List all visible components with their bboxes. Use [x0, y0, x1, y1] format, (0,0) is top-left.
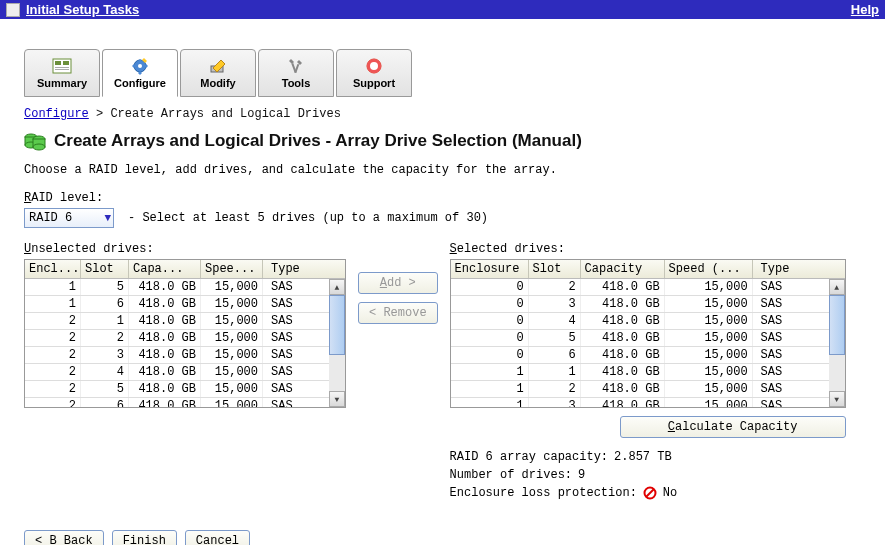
tab-modify[interactable]: Modify	[180, 49, 256, 97]
modify-icon	[207, 57, 229, 75]
unselected-drives-panel: Unselected drives: Encl... Slot Capa... …	[24, 242, 346, 408]
capacity-label: RAID 6 array capacity:	[450, 448, 608, 466]
svg-line-19	[646, 489, 654, 497]
svg-point-6	[138, 64, 142, 68]
scroll-thumb[interactable]	[329, 295, 345, 355]
unselected-grid[interactable]: Encl... Slot Capa... Spee... Type 15418.…	[24, 259, 346, 408]
drives-icon	[24, 131, 46, 151]
col-enclosure[interactable]: Encl...	[25, 260, 81, 278]
configure-icon	[129, 57, 151, 75]
selected-header: Enclosure Slot Capacity Speed (... Type	[451, 260, 845, 279]
table-row[interactable]: 25418.0 GB15,000SAS	[25, 381, 329, 398]
table-row[interactable]: 05418.0 GB15,000SAS	[451, 330, 829, 347]
table-row[interactable]: 23418.0 GB15,000SAS	[25, 347, 329, 364]
tab-configure[interactable]: Configure	[102, 49, 178, 97]
selected-rows[interactable]: 02418.0 GB15,000SAS03418.0 GB15,000SAS04…	[451, 279, 829, 407]
col-capacity[interactable]: Capacity	[581, 260, 665, 278]
breadcrumb: Configure > Create Arrays and Logical Dr…	[24, 107, 861, 121]
instruction-text: Choose a RAID level, add drives, and cal…	[24, 163, 861, 177]
raid-level-select[interactable]: RAID 6 ▼	[24, 208, 114, 228]
capacity-value: 2.857 TB	[614, 448, 672, 466]
app-icon	[6, 3, 20, 17]
window-title: Initial Setup Tasks	[6, 2, 139, 17]
tab-label: Tools	[282, 77, 311, 89]
scroll-down-icon[interactable]: ▼	[829, 391, 845, 407]
tab-label: Modify	[200, 77, 235, 89]
elp-value: No	[663, 484, 677, 502]
calculate-capacity-button[interactable]: Calculate Capacity	[620, 416, 846, 438]
tab-label: Support	[353, 77, 395, 89]
tab-label: Configure	[114, 77, 166, 89]
add-button[interactable]: Add >	[358, 272, 438, 294]
breadcrumb-current: Create Arrays and Logical Drives	[110, 107, 340, 121]
breadcrumb-sep: >	[96, 107, 103, 121]
back-button[interactable]: < B Back	[24, 530, 104, 545]
tools-icon	[285, 57, 307, 75]
finish-button[interactable]: Finish	[112, 530, 177, 545]
title-text: Initial Setup Tasks	[26, 2, 139, 17]
title-bar: Initial Setup Tasks Help	[0, 0, 885, 19]
unselected-header: Encl... Slot Capa... Spee... Type	[25, 260, 345, 279]
wizard-buttons: < B Back Finish Cancel	[24, 530, 861, 545]
tab-summary[interactable]: Summary	[24, 49, 100, 97]
col-capacity[interactable]: Capa...	[129, 260, 201, 278]
capacity-info: RAID 6 array capacity: 2.857 TB Number o…	[450, 448, 846, 502]
scroll-up-icon[interactable]: ▲	[329, 279, 345, 295]
svg-point-17	[33, 144, 45, 150]
unselected-label: Unselected drives:	[24, 242, 346, 256]
selected-grid[interactable]: Enclosure Slot Capacity Speed (... Type …	[450, 259, 846, 408]
selected-label: Selected drives:	[450, 242, 846, 256]
remove-button[interactable]: < Remove	[358, 302, 438, 324]
table-row[interactable]: 06418.0 GB15,000SAS	[451, 347, 829, 364]
transfer-buttons: Add > < Remove	[358, 272, 438, 324]
col-slot[interactable]: Slot	[529, 260, 581, 278]
raid-level-label: RAID level:	[24, 191, 861, 205]
table-row[interactable]: 16418.0 GB15,000SAS	[25, 296, 329, 313]
drives-label: Number of drives:	[450, 466, 572, 484]
tab-label: Summary	[37, 77, 87, 89]
breadcrumb-link-configure[interactable]: Configure	[24, 107, 89, 121]
tab-support[interactable]: Support	[336, 49, 412, 97]
svg-rect-3	[55, 67, 69, 68]
support-icon	[363, 57, 385, 75]
summary-icon	[51, 57, 73, 75]
scroll-up-icon[interactable]: ▲	[829, 279, 845, 295]
table-row[interactable]: 22418.0 GB15,000SAS	[25, 330, 329, 347]
chevron-down-icon: ▼	[104, 212, 111, 224]
table-row[interactable]: 15418.0 GB15,000SAS	[25, 279, 329, 296]
selected-drives-panel: Selected drives: Enclosure Slot Capacity…	[450, 242, 846, 408]
col-type[interactable]: Type	[753, 260, 829, 278]
table-row[interactable]: 04418.0 GB15,000SAS	[451, 313, 829, 330]
scroll-down-icon[interactable]: ▼	[329, 391, 345, 407]
elp-label: Enclosure loss protection:	[450, 484, 637, 502]
svg-rect-1	[55, 61, 61, 65]
help-link[interactable]: Help	[851, 2, 879, 17]
tabs-row: SummaryConfigureModifyToolsSupport	[24, 49, 861, 97]
table-row[interactable]: 26418.0 GB15,000SAS	[25, 398, 329, 407]
table-row[interactable]: 24418.0 GB15,000SAS	[25, 364, 329, 381]
raid-level-value: RAID 6	[29, 211, 72, 225]
col-speed[interactable]: Spee...	[201, 260, 263, 278]
table-row[interactable]: 03418.0 GB15,000SAS	[451, 296, 829, 313]
table-row[interactable]: 02418.0 GB15,000SAS	[451, 279, 829, 296]
unselected-scrollbar[interactable]: ▲ ▼	[329, 279, 345, 407]
selected-scrollbar[interactable]: ▲ ▼	[829, 279, 845, 407]
table-row[interactable]: 13418.0 GB15,000SAS	[451, 398, 829, 407]
tab-tools[interactable]: Tools	[258, 49, 334, 97]
col-type[interactable]: Type	[263, 260, 329, 278]
col-enclosure[interactable]: Enclosure	[451, 260, 529, 278]
drives-value: 9	[578, 466, 585, 484]
cancel-button[interactable]: Cancel	[185, 530, 250, 545]
table-row[interactable]: 11418.0 GB15,000SAS	[451, 364, 829, 381]
raid-level-hint: - Select at least 5 drives (up to a maxi…	[128, 211, 488, 225]
svg-rect-4	[55, 69, 69, 70]
col-speed[interactable]: Speed (...	[665, 260, 753, 278]
page-title: Create Arrays and Logical Drives - Array…	[54, 131, 582, 151]
unselected-rows[interactable]: 15418.0 GB15,000SAS16418.0 GB15,000SAS21…	[25, 279, 329, 407]
scroll-thumb[interactable]	[829, 295, 845, 355]
col-slot[interactable]: Slot	[81, 260, 129, 278]
table-row[interactable]: 12418.0 GB15,000SAS	[451, 381, 829, 398]
page-header: Create Arrays and Logical Drives - Array…	[24, 131, 861, 151]
table-row[interactable]: 21418.0 GB15,000SAS	[25, 313, 329, 330]
svg-rect-2	[63, 61, 69, 65]
